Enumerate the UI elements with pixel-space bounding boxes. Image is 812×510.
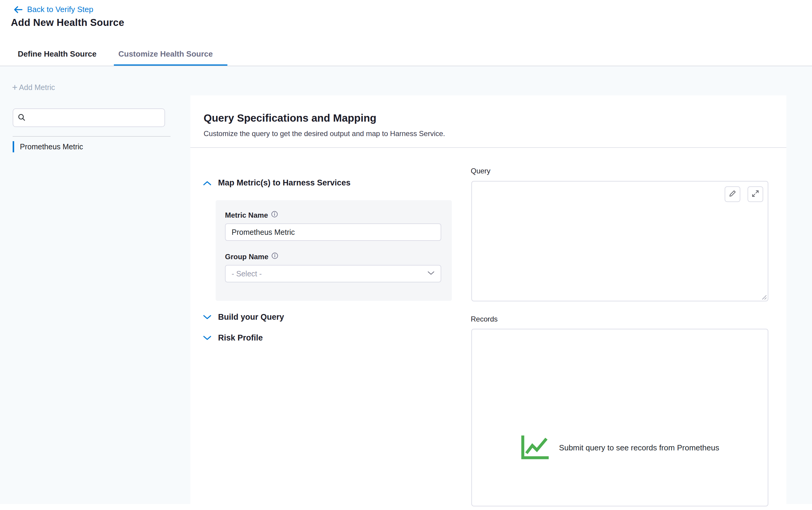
group-name-select[interactable]: - Select - — [225, 265, 441, 282]
metric-name-label: Metric Name — [225, 211, 268, 219]
chevron-down-icon — [203, 314, 211, 320]
metric-search-box — [13, 109, 165, 127]
records-empty-message: Submit query to see records from Prometh… — [559, 443, 719, 452]
resize-handle[interactable] — [761, 294, 767, 300]
expand-query-button[interactable] — [748, 186, 763, 202]
records-empty-state: Submit query to see records from Prometh… — [472, 434, 768, 461]
plus-icon: + — [12, 84, 18, 91]
group-name-label-row: Group Name — [225, 252, 278, 261]
query-label: Query — [471, 167, 490, 175]
metric-name-input[interactable] — [225, 223, 441, 241]
chevron-down-icon — [203, 335, 211, 341]
page-title: Add New Health Source — [11, 17, 124, 28]
section-subheading: Customize the query to get the desired o… — [204, 129, 445, 138]
group-name-select-placeholder: - Select - — [232, 269, 262, 278]
back-link[interactable]: Back to Verify Step — [13, 5, 93, 14]
section-heading: Query Specifications and Mapping — [204, 112, 376, 124]
section-risk-profile-title: Risk Profile — [218, 333, 263, 342]
sidebar-divider — [13, 136, 171, 137]
metric-search-input[interactable] — [29, 110, 156, 126]
info-icon — [271, 252, 278, 261]
back-arrow-icon — [13, 6, 23, 13]
line-chart-icon — [520, 434, 551, 461]
query-textarea[interactable] — [474, 183, 742, 299]
add-metric-label: Add Metric — [19, 83, 55, 92]
maximize-icon — [751, 190, 759, 199]
edit-query-button[interactable] — [725, 186, 740, 202]
section-map-metrics-title: Map Metric(s) to Harness Services — [218, 178, 351, 187]
tab-customize-health-source[interactable]: Customize Health Source — [118, 49, 213, 58]
search-icon — [18, 113, 26, 123]
metric-list-item[interactable]: Prometheus Metric — [13, 139, 171, 154]
section-build-query[interactable]: Build your Query — [203, 312, 284, 322]
back-link-label: Back to Verify Step — [27, 5, 93, 14]
records-label: Records — [471, 315, 498, 323]
query-editor-box — [471, 181, 768, 301]
info-icon — [271, 211, 278, 219]
add-metric-button[interactable]: + Add Metric — [12, 83, 55, 92]
card-divider — [190, 147, 786, 148]
chevron-down-icon — [427, 271, 435, 277]
selected-indicator-bar — [13, 141, 14, 152]
metric-item-label: Prometheus Metric — [20, 139, 83, 154]
records-box: Submit query to see records from Prometh… — [471, 329, 768, 506]
group-name-label: Group Name — [225, 252, 268, 261]
tab-define-health-source[interactable]: Define Health Source — [18, 49, 97, 58]
pencil-icon — [729, 190, 736, 199]
section-build-query-title: Build your Query — [218, 312, 284, 322]
chevron-up-icon — [203, 180, 211, 186]
section-risk-profile[interactable]: Risk Profile — [203, 333, 263, 342]
section-map-metrics[interactable]: Map Metric(s) to Harness Services — [203, 178, 351, 187]
metric-name-label-row: Metric Name — [225, 211, 278, 219]
